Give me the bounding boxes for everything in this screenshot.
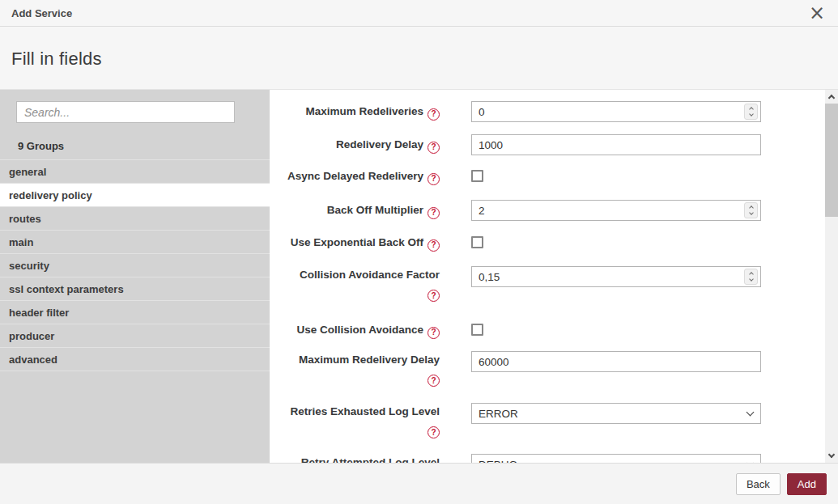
sidebar-item-label: advanced (9, 354, 57, 366)
use-collision-avoidance-checkbox[interactable] (471, 324, 483, 336)
close-icon[interactable]: × (806, 2, 828, 24)
field-label-cell: Async Delayed Redelivery? (278, 167, 440, 185)
field-label: Redelivery Delay (336, 138, 423, 150)
chevron-up-icon (828, 95, 835, 101)
field-control-cell (471, 236, 483, 248)
sidebar-item-redelivery-policy[interactable]: redelivery policy (0, 184, 270, 207)
search-input[interactable] (16, 101, 235, 123)
field-control-cell: DEBUG (471, 454, 761, 463)
help-icon[interactable]: ? (428, 327, 440, 339)
form-row-redelivery-delay: Redelivery Delay? (278, 134, 761, 155)
help-icon[interactable]: ? (428, 375, 440, 387)
input-wrap (471, 266, 761, 287)
form-panel: Maximum Redeliveries?Redelivery Delay?As… (270, 90, 825, 463)
form-row-async-delayed-redelivery: Async Delayed Redelivery? (278, 167, 483, 185)
field-label: Use Collision Avoidance (296, 324, 423, 336)
group-list: generalredelivery policyroutesmainsecuri… (0, 159, 270, 371)
groups-sidebar: 9 Groups generalredelivery policyroutesm… (0, 90, 270, 463)
input-wrap (471, 134, 761, 155)
help-icon[interactable]: ? (428, 207, 440, 219)
form-row-maximum-redeliveries: Maximum Redeliveries? (278, 101, 761, 122)
scrollbar-thumb[interactable] (825, 104, 838, 217)
retry-attempted-log-level-select[interactable]: DEBUG (471, 454, 761, 463)
number-spinner[interactable] (744, 269, 758, 285)
add-button[interactable]: Add (787, 473, 827, 495)
sidebar-item-main[interactable]: main (0, 231, 270, 254)
chevron-down-icon (749, 112, 754, 116)
modal-title: Add Service (11, 7, 72, 19)
sidebar-item-label: header filter (9, 307, 69, 319)
redelivery-delay-input[interactable] (471, 134, 761, 155)
field-label: Async Delayed Redelivery (287, 170, 423, 182)
field-label: Maximum Redelivery Delay (299, 354, 440, 366)
maximum-redeliveries-input[interactable] (471, 101, 761, 122)
heading-section: Fill in fields (0, 27, 838, 89)
help-icon[interactable]: ? (428, 239, 440, 252)
help-icon[interactable]: ? (428, 426, 440, 438)
form-row-use-collision-avoidance: Use Collision Avoidance? (278, 321, 483, 339)
sidebar-item-routes[interactable]: routes (0, 207, 270, 231)
help-icon[interactable]: ? (428, 290, 440, 302)
collision-avoidance-factor-input[interactable] (471, 266, 761, 287)
form-row-retries-exhausted-log-level: Retries Exhausted Log Level?ERROR (278, 403, 761, 438)
sidebar-item-advanced[interactable]: advanced (0, 348, 270, 371)
field-control-cell (471, 134, 761, 155)
field-control-cell: ERROR (471, 403, 761, 424)
field-label-cell: Maximum Redeliveries? (278, 103, 440, 121)
field-label-cell: Use Collision Avoidance? (278, 321, 440, 339)
chevron-down-icon (828, 451, 835, 458)
select-value: ERROR (479, 408, 518, 420)
field-label-cell: Maximum Redelivery Delay? (278, 351, 440, 387)
chevron-down-icon (747, 409, 755, 417)
field-label: Retries Exhausted Log Level (290, 405, 440, 417)
form-row-collision-avoidance-factor: Collision Avoidance Factor? (278, 266, 761, 302)
modal-header: Add Service × (0, 0, 838, 27)
sidebar-item-ssl-context-parameters[interactable]: ssl context parameters (0, 277, 270, 301)
scrollbar-down-button[interactable] (825, 449, 838, 463)
modal-body: 9 Groups generalredelivery policyroutesm… (0, 89, 838, 463)
sidebar-item-label: ssl context parameters (9, 283, 124, 295)
chevron-down-icon (749, 277, 754, 282)
field-label: Maximum Redeliveries (305, 105, 423, 117)
use-exponential-back-off-checkbox[interactable] (471, 236, 483, 248)
maximum-redelivery-delay-input[interactable] (471, 351, 761, 372)
select-value: DEBUG (479, 459, 517, 464)
input-wrap (471, 351, 761, 372)
field-label-cell: Back Off Multiplier? (278, 201, 440, 219)
input-wrap (471, 200, 761, 221)
help-icon[interactable]: ? (428, 173, 440, 185)
field-label-cell: Collision Avoidance Factor? (278, 266, 440, 302)
async-delayed-redelivery-checkbox[interactable] (471, 170, 483, 182)
field-label-cell: Retries Exhausted Log Level? (278, 403, 440, 438)
modal-footer: Back Add (0, 463, 838, 504)
chevron-down-icon (749, 210, 754, 215)
retries-exhausted-log-level-select[interactable]: ERROR (471, 403, 761, 424)
form-row-back-off-multiplier: Back Off Multiplier? (278, 200, 761, 221)
sidebar-item-label: producer (9, 330, 54, 342)
sidebar-item-security[interactable]: security (0, 254, 270, 277)
sidebar-item-header-filter[interactable]: header filter (0, 301, 270, 324)
scrollbar[interactable] (825, 90, 838, 463)
field-label-cell: Retry Attempted Log Level? (278, 454, 440, 463)
help-icon[interactable]: ? (428, 108, 440, 121)
field-control-cell (471, 200, 761, 221)
field-label: Back Off Multiplier (327, 204, 423, 216)
number-spinner[interactable] (744, 202, 758, 218)
number-spinner[interactable] (744, 104, 758, 120)
field-control-cell (471, 170, 483, 182)
scrollbar-track[interactable] (825, 104, 838, 449)
page-title: Fill in fields (11, 49, 827, 70)
field-label: Use Exponential Back Off (291, 236, 423, 248)
sidebar-item-label: routes (9, 213, 41, 225)
chevron-down-icon (747, 460, 755, 463)
field-label-cell: Redelivery Delay? (278, 136, 440, 154)
back-button[interactable]: Back (736, 473, 781, 495)
sidebar-item-label: security (9, 260, 49, 272)
scrollbar-up-button[interactable] (825, 90, 838, 104)
sidebar-item-general[interactable]: general (0, 160, 270, 184)
help-icon[interactable]: ? (428, 142, 440, 154)
back-off-multiplier-input[interactable] (471, 200, 761, 221)
sidebar-item-producer[interactable]: producer (0, 324, 270, 348)
field-control-cell (471, 324, 483, 336)
field-control-cell (471, 351, 761, 372)
